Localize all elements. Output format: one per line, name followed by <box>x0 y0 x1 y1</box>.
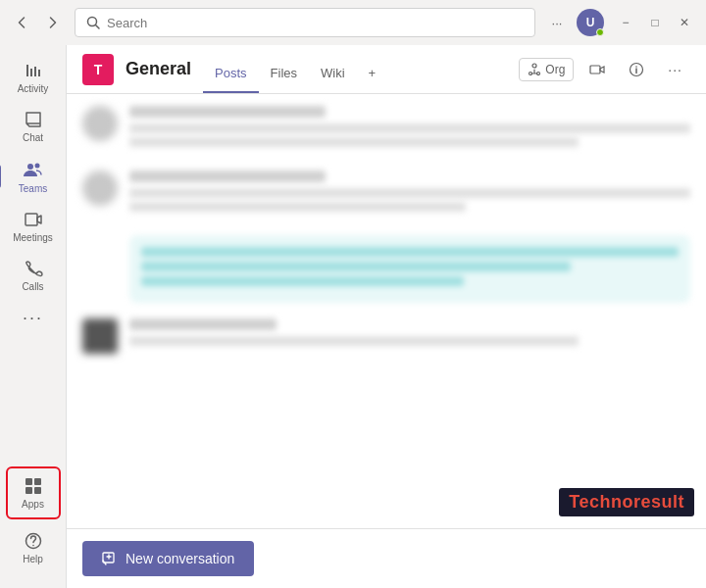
channel-avatar: T <box>82 54 114 85</box>
svg-line-1 <box>96 25 100 29</box>
new-conversation-icon <box>102 551 118 566</box>
content-area: T General Posts Files Wiki + <box>67 45 706 588</box>
svg-rect-8 <box>34 487 41 494</box>
message-text-1 <box>129 188 690 198</box>
highlight-line-1 <box>141 247 679 257</box>
video-button[interactable] <box>581 58 613 81</box>
tab-posts[interactable]: Posts <box>203 54 259 93</box>
sidebar-item-calls[interactable]: Calls <box>6 251 61 300</box>
title-bar-actions: ··· U <box>543 9 604 36</box>
svg-point-17 <box>636 66 638 68</box>
sidebar-item-activity[interactable]: Activity <box>6 53 61 102</box>
message-header <box>129 171 326 182</box>
more-icon: ··· <box>23 308 43 328</box>
video-icon <box>589 62 605 77</box>
channel-tabs: Posts Files Wiki + <box>203 45 387 93</box>
message-item <box>82 106 690 151</box>
org-icon <box>528 63 541 76</box>
channel-avatar-letter: T <box>94 62 103 77</box>
help-label: Help <box>23 554 43 564</box>
calls-icon <box>24 259 43 278</box>
sidebar-item-more[interactable]: ··· <box>6 300 61 336</box>
message-content <box>129 171 690 216</box>
tab-files[interactable]: Files <box>259 54 309 93</box>
message-content <box>129 106 690 151</box>
minimize-button[interactable]: − <box>612 9 639 36</box>
message-header <box>129 318 277 330</box>
svg-point-13 <box>537 72 540 74</box>
svg-rect-6 <box>34 478 41 485</box>
tab-wiki-label: Wiki <box>321 66 345 80</box>
title-bar: Search ··· U − □ ✕ <box>0 0 706 45</box>
message-header <box>129 106 326 118</box>
svg-point-10 <box>32 545 34 547</box>
svg-point-11 <box>532 64 536 68</box>
new-conversation-bar: New conversation <box>67 528 706 588</box>
chat-icon <box>24 110 43 129</box>
svg-rect-5 <box>25 478 32 485</box>
search-placeholder: Search <box>107 16 147 30</box>
message-content <box>129 318 690 354</box>
new-conversation-button[interactable]: New conversation <box>82 541 254 576</box>
highlight-line-3 <box>141 276 464 286</box>
main-area: Activity Chat Teams <box>0 45 706 588</box>
search-icon <box>85 15 101 30</box>
back-button[interactable] <box>8 9 35 36</box>
meetings-label: Meetings <box>13 232 53 243</box>
more-options-button[interactable]: ··· <box>543 9 571 36</box>
forward-icon <box>45 15 61 30</box>
avatar-initials: U <box>586 16 595 29</box>
sidebar-item-teams[interactable]: Teams <box>6 151 61 202</box>
svg-point-2 <box>27 164 33 170</box>
teams-label: Teams <box>19 183 47 194</box>
channel-header-actions: Org ··· <box>519 58 690 81</box>
tab-wiki[interactable]: Wiki <box>309 54 357 93</box>
sidebar-item-apps[interactable]: Apps <box>6 466 61 519</box>
close-button[interactable]: ✕ <box>671 9 698 36</box>
channel-more-button[interactable]: ··· <box>660 58 690 81</box>
back-icon <box>14 15 29 30</box>
apps-icon <box>24 476 43 496</box>
info-button[interactable] <box>621 58 652 81</box>
avatar[interactable]: U <box>577 9 604 36</box>
svg-point-12 <box>530 72 532 74</box>
apps-label: Apps <box>22 499 44 510</box>
search-bar[interactable]: Search <box>75 8 535 37</box>
message-item <box>82 171 690 216</box>
forward-button[interactable] <box>39 9 67 36</box>
calls-label: Calls <box>22 281 43 292</box>
minimize-label: − <box>622 16 629 29</box>
tab-files-label: Files <box>271 66 297 80</box>
message-text-2 <box>129 137 579 147</box>
org-label: Org <box>545 63 565 76</box>
sidebar-item-help[interactable]: Help <box>6 523 61 572</box>
activity-label: Activity <box>18 83 49 94</box>
window-controls: − □ ✕ <box>612 9 698 36</box>
message-item <box>82 318 690 354</box>
message-avatar <box>82 106 118 141</box>
add-tab-button[interactable]: + <box>357 54 388 93</box>
status-dot <box>596 28 604 36</box>
maximize-label: □ <box>651 16 658 29</box>
maximize-button[interactable]: □ <box>641 9 669 36</box>
watermark-text: Technoresult <box>569 492 684 512</box>
tab-posts-label: Posts <box>215 66 247 80</box>
close-label: ✕ <box>680 16 689 29</box>
posts-area[interactable]: Technoresult <box>67 94 706 528</box>
info-icon <box>629 62 644 77</box>
channel-header: T General Posts Files Wiki + <box>67 45 706 94</box>
sidebar-item-meetings[interactable]: Meetings <box>6 202 61 251</box>
highlight-message <box>129 235 690 303</box>
message-avatar <box>82 171 118 206</box>
svg-rect-14 <box>590 66 600 74</box>
more-label: ··· <box>552 16 563 30</box>
teams-icon <box>23 159 44 180</box>
chat-label: Chat <box>23 132 43 143</box>
sidebar: Activity Chat Teams <box>0 45 67 588</box>
watermark: Technoresult <box>559 488 694 516</box>
message-text-1 <box>129 123 690 133</box>
add-tab-icon: + <box>369 66 377 80</box>
org-button[interactable]: Org <box>519 58 574 81</box>
sidebar-item-chat[interactable]: Chat <box>6 102 61 151</box>
highlight-line-2 <box>141 262 571 271</box>
